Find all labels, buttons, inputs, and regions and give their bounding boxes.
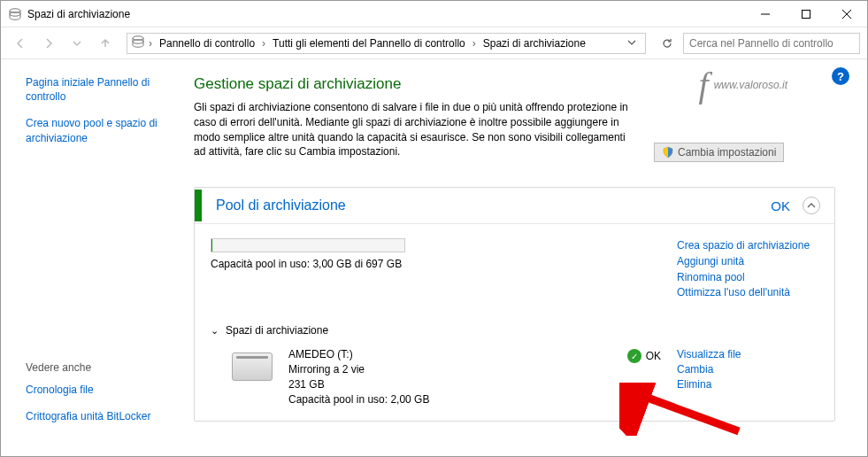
change-settings-button[interactable]: Cambia impostazioni (654, 143, 784, 162)
drive-icon (232, 352, 273, 381)
storage-space-item: AMEDEO (T:) Mirroring a 2 vie 231 GB Cap… (211, 347, 818, 407)
pool-usage-bar (211, 238, 405, 252)
breadcrumb-separator[interactable]: › (260, 37, 267, 50)
space-link-view-files[interactable]: Visualizza file (677, 347, 818, 362)
back-button[interactable] (8, 31, 33, 56)
pool-status: OK (771, 198, 790, 213)
space-name: AMEDEO (T:) (288, 347, 611, 362)
breadcrumb-separator[interactable]: › (471, 37, 478, 50)
sidebar-link-home[interactable]: Pagina iniziale Pannello di controllo (26, 75, 169, 104)
storage-spaces-icon (131, 35, 145, 51)
watermark: fwww.valoroso.it (699, 64, 788, 105)
spaces-subheader[interactable]: ⌄ Spazi di archiviazione (211, 324, 818, 337)
breadcrumb-item[interactable]: Pannello di controllo (156, 35, 258, 51)
window-title: Spazi di archiviazione (27, 8, 745, 20)
shield-icon (662, 146, 674, 159)
pool-title: Pool di archiviazione (216, 198, 771, 213)
breadcrumb-item[interactable]: Spazi di archiviazione (480, 35, 589, 51)
space-size: 231 GB (288, 377, 611, 392)
storage-spaces-icon (8, 7, 22, 21)
sidebar: Pagina iniziale Pannello di controllo Cr… (1, 59, 178, 456)
pool-action-create-space[interactable]: Crea spazio di archiviazione (677, 238, 818, 253)
see-also-header: Vedere anche (26, 361, 169, 374)
change-settings-label: Cambia impostazioni (678, 146, 776, 159)
address-bar[interactable]: › Pannello di controllo › Tutti gli elem… (127, 33, 646, 54)
pool-header: Pool di archiviazione OK (195, 188, 834, 224)
spaces-subheader-label: Spazi di archiviazione (226, 324, 328, 337)
refresh-button[interactable] (655, 33, 680, 54)
page-intro: Gli spazi di archiviazione consentono di… (194, 100, 636, 159)
sidebar-link-bitlocker[interactable]: Crittografia unità BitLocker (26, 409, 169, 423)
breadcrumb-item[interactable]: Tutti gli elementi del Pannello di contr… (269, 35, 469, 51)
collapse-button[interactable] (803, 197, 820, 214)
close-button[interactable] (826, 1, 867, 27)
space-link-delete[interactable]: Elimina (677, 377, 818, 392)
forward-button[interactable] (36, 31, 61, 56)
recent-locations-button[interactable] (65, 31, 89, 56)
maximize-button[interactable] (786, 1, 826, 27)
address-dropdown[interactable] (622, 37, 641, 50)
space-type: Mirroring a 2 vie (288, 362, 611, 377)
ok-check-icon: ✓ (627, 349, 641, 363)
chevron-down-icon: ⌄ (211, 325, 219, 337)
pool-action-optimize[interactable]: Ottimizza l'uso dell'unità (677, 285, 818, 300)
search-input[interactable] (683, 33, 860, 54)
up-button[interactable] (93, 31, 118, 56)
pool-capacity: Capacità pool in uso: 3,00 GB di 697 GB (211, 258, 650, 270)
pool-action-add-drive[interactable]: Aggiungi unità (677, 254, 818, 269)
main-content: fwww.valoroso.it Gestione spazi di archi… (178, 59, 867, 456)
storage-pool-box: Pool di archiviazione OK Capacità pool i… (194, 187, 835, 422)
space-link-change[interactable]: Cambia (677, 362, 818, 377)
breadcrumb-separator[interactable]: › (147, 37, 154, 50)
svg-rect-3 (803, 10, 810, 18)
sidebar-link-create-pool[interactable]: Crea nuovo pool e spazio di archiviazion… (26, 116, 169, 144)
minimize-button[interactable] (745, 1, 786, 27)
space-usage: Capacità pool in uso: 2,00 GB (288, 392, 611, 407)
sidebar-link-file-history[interactable]: Cronologia file (26, 383, 169, 397)
pool-action-rename[interactable]: Rinomina pool (677, 270, 818, 285)
space-status: OK (646, 350, 661, 362)
pool-status-bar (195, 190, 202, 221)
